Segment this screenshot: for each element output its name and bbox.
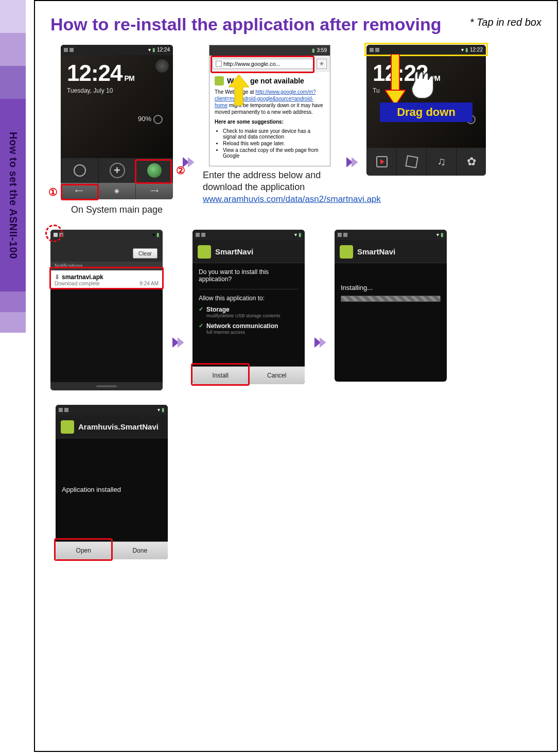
arrow-icon (312, 335, 327, 352)
alarm-icon (61, 158, 98, 183)
highlight-download-indicator (45, 225, 63, 242)
notif-handle (50, 382, 163, 390)
installer-body: Installing... (335, 263, 447, 382)
highlight-notif-item (49, 267, 164, 289)
sidebar-decor (0, 292, 26, 312)
sidebar-decor (0, 0, 26, 33)
clock-date: Tuesday, July 10 (67, 87, 167, 94)
battery-icon: ▮ (152, 47, 155, 53)
sidebar-decor (0, 66, 26, 99)
notification-panel: ▾▮ Clear Notifications ⬇smartnavi.apk Do… (50, 230, 163, 390)
installing-label: Installing... (341, 284, 441, 292)
permission-item: ✓ Storagemodify/delete USB storage conte… (199, 306, 299, 318)
status-icon (64, 408, 68, 412)
app-title: SmartNavi (357, 247, 395, 256)
highlight-nav-back (61, 184, 99, 200)
drag-arrow-icon (385, 54, 406, 106)
progress-bar (341, 296, 441, 302)
highlight-install-button (191, 363, 250, 386)
battery-icon: ▮ (299, 232, 302, 237)
perm-desc: full Internet access (206, 330, 278, 335)
nav-home-icon: ◉ (98, 183, 135, 199)
tap-hint: * Tap in red box (470, 13, 541, 28)
app-icon (340, 245, 353, 259)
dock-row: ♫ ✿ (366, 148, 486, 176)
up-arrow-icon (229, 75, 249, 106)
status-icon (196, 233, 200, 237)
step-dragdown: ▾▮12:22 12:22PM Tu 90% ♫ ✿ (366, 45, 486, 176)
video-icon (366, 148, 396, 176)
app-icon (61, 420, 74, 434)
settings-icon: ✿ (456, 148, 486, 176)
installer-body: Do you want to install this application?… (192, 263, 305, 366)
page-header: How to re-install the application after … (50, 13, 541, 36)
check-icon: ✓ (199, 306, 203, 313)
suggestions-head: Here are some suggestions: (215, 118, 325, 125)
page-title: How to re-install the application after … (50, 13, 441, 36)
cancel-button: Cancel (249, 366, 305, 384)
app-title: Aramhuvis.SmartNavi (78, 422, 159, 431)
status-icon (69, 48, 74, 52)
status-time: 3:59 (317, 47, 327, 53)
gear-icon (155, 59, 169, 73)
sidebar: How to set the ASNII-100 (0, 0, 34, 754)
app-icon (198, 245, 211, 259)
status-bar: ▾▮ (50, 230, 163, 240)
sidebar-title: How to set the ASNII-100 (7, 132, 19, 259)
installer-panel: ▾▮ Aramhuvis.SmartNavi Application insta… (56, 405, 168, 559)
steps-row-3: ▾▮ Aramhuvis.SmartNavi Application insta… (50, 405, 541, 559)
steps-row-2: ▾▮ Clear Notifications ⬇smartnavi.apk Do… (50, 230, 541, 390)
status-icon (64, 48, 68, 52)
status-icon (338, 233, 342, 237)
highlight-url (211, 56, 314, 73)
caption-home: On System main page (71, 204, 163, 215)
status-icon (343, 233, 347, 237)
status-time: 12:24 (157, 47, 170, 53)
wifi-icon: ▾ (157, 407, 160, 413)
bookmark-icon: ★ (317, 59, 327, 69)
sync-icon (153, 115, 163, 124)
battery-icon: ▮ (312, 47, 315, 53)
arrow-icon (344, 155, 359, 172)
done-button: Done (112, 541, 168, 559)
status-icon (59, 408, 63, 412)
browser-content: Web ge not available The Web page at htt… (209, 72, 330, 166)
installed-label: Application installed (62, 486, 121, 493)
add-icon (98, 158, 136, 183)
sidebar-decor (0, 33, 26, 66)
nav-recent-icon: ⟶ (135, 183, 173, 199)
status-bar: ▾▮12:24 (61, 45, 173, 55)
battery-icon: ▮ (162, 407, 165, 413)
status-bar: ▾▮ (192, 230, 305, 240)
highlight-browser (135, 159, 172, 184)
drag-down-banner: Drag down (380, 102, 472, 122)
step-home: ▾▮12:24 12:24PM Tuesday, July 10 90% ⟵ ◉… (61, 45, 173, 215)
highlight-open-button (54, 538, 113, 561)
sidebar-title-block: How to set the ASNII-100 (0, 99, 26, 292)
installer-panel: ▾▮ SmartNavi Do you want to install this… (192, 230, 305, 384)
installer-body: Application installed (56, 438, 168, 541)
status-bar: ▾▮ (56, 405, 168, 415)
installer-header: SmartNavi (192, 240, 305, 263)
gallery-icon (396, 148, 426, 176)
step-browser: ▮ 3:59 http://www.google.co... ★ Web ge … (203, 45, 337, 205)
permission-item: ✓ Network communicationfull Internet acc… (199, 322, 299, 335)
clear-button: Clear (133, 248, 157, 259)
sidebar-decor (0, 312, 26, 333)
installer-panel: ▾▮ SmartNavi Installing... (335, 230, 447, 382)
wifi-icon: ▾ (436, 232, 439, 237)
caption-browser: Enter the address below and download the… (203, 169, 337, 205)
battery-icon: ▮ (441, 232, 444, 237)
marker-1: ① (48, 186, 58, 198)
url-bar: http://www.google.co... ★ (209, 56, 330, 72)
notif-header: Clear (50, 240, 163, 262)
check-icon: ✓ (199, 322, 203, 329)
step-install-prompt: ▾▮ SmartNavi Do you want to install this… (192, 230, 305, 384)
step-installing: ▾▮ SmartNavi Installing... (335, 230, 447, 382)
step-installed: ▾▮ Aramhuvis.SmartNavi Application insta… (56, 405, 168, 559)
clock-widget: 12:24PM Tuesday, July 10 90% (61, 55, 173, 158)
notif-empty (50, 289, 163, 382)
battery-text: 90% (67, 115, 167, 124)
list-item: View a cached copy of the web page from … (223, 147, 325, 159)
download-link: www.aramhuvis.com/data/asn2/smartnavi.ap… (203, 194, 381, 204)
